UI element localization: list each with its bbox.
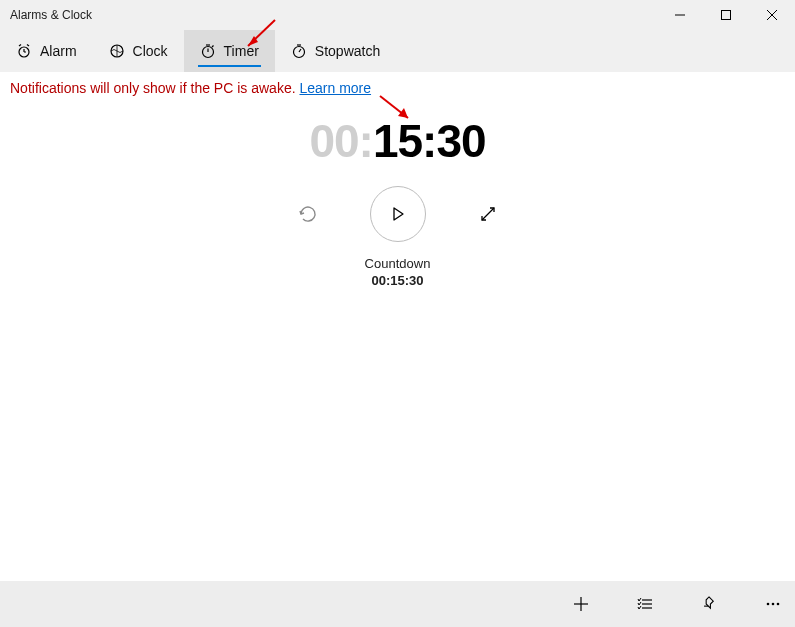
ellipsis-icon	[765, 596, 781, 612]
bottom-bar	[0, 581, 795, 627]
tab-timer[interactable]: Timer	[184, 30, 275, 72]
tab-stopwatch[interactable]: Stopwatch	[275, 30, 396, 72]
timer-display-minsec: 15:30	[373, 115, 486, 167]
add-button[interactable]	[569, 592, 593, 616]
list-icon	[637, 596, 653, 612]
pin-button[interactable]	[697, 592, 721, 616]
timer-icon	[200, 43, 216, 59]
tab-alarm[interactable]: Alarm	[0, 30, 93, 72]
minimize-button[interactable]	[657, 0, 703, 30]
close-button[interactable]	[749, 0, 795, 30]
svg-point-26	[767, 603, 770, 606]
notification-bar: Notifications will only show if the PC i…	[0, 72, 795, 104]
timer-info: Countdown 00:15:30	[365, 256, 431, 288]
clock-icon	[109, 43, 125, 59]
timer-display-hours: 00:	[309, 115, 372, 167]
reset-button[interactable]	[294, 200, 322, 228]
svg-line-7	[19, 45, 21, 47]
play-button[interactable]	[370, 186, 426, 242]
timer-controls	[294, 186, 502, 242]
timer-name: Countdown	[365, 256, 431, 271]
minimize-icon	[675, 10, 685, 20]
close-icon	[767, 10, 777, 20]
tab-stopwatch-label: Stopwatch	[315, 43, 380, 59]
expand-icon	[478, 204, 498, 224]
svg-marker-18	[394, 208, 403, 220]
svg-rect-1	[722, 11, 731, 20]
tab-bar: Alarm Clock Timer Stopwatch	[0, 30, 795, 72]
tab-alarm-label: Alarm	[40, 43, 77, 59]
reset-icon	[297, 203, 319, 225]
maximize-button[interactable]	[703, 0, 749, 30]
play-icon	[389, 205, 407, 223]
notification-text: Notifications will only show if the PC i…	[10, 80, 299, 96]
svg-line-14	[212, 46, 214, 48]
expand-button[interactable]	[474, 200, 502, 228]
list-button[interactable]	[633, 592, 657, 616]
more-button[interactable]	[761, 592, 785, 616]
tab-timer-label: Timer	[224, 43, 259, 59]
pin-icon	[701, 596, 717, 612]
svg-point-27	[772, 603, 775, 606]
svg-point-28	[777, 603, 780, 606]
svg-line-19	[482, 208, 494, 220]
title-bar: Alarms & Clock	[0, 0, 795, 30]
alarm-icon	[16, 43, 32, 59]
window-title: Alarms & Clock	[10, 8, 657, 22]
learn-more-link[interactable]: Learn more	[299, 80, 371, 96]
plus-icon	[573, 596, 589, 612]
svg-line-8	[27, 45, 29, 47]
main-content: 00:15:30 Countdown 00:15:30	[0, 104, 795, 581]
tab-clock-label: Clock	[133, 43, 168, 59]
stopwatch-icon	[291, 43, 307, 59]
timer-display[interactable]: 00:15:30	[309, 114, 485, 168]
tab-clock[interactable]: Clock	[93, 30, 184, 72]
maximize-icon	[721, 10, 731, 20]
svg-line-16	[299, 49, 301, 52]
timer-value: 00:15:30	[365, 273, 431, 288]
